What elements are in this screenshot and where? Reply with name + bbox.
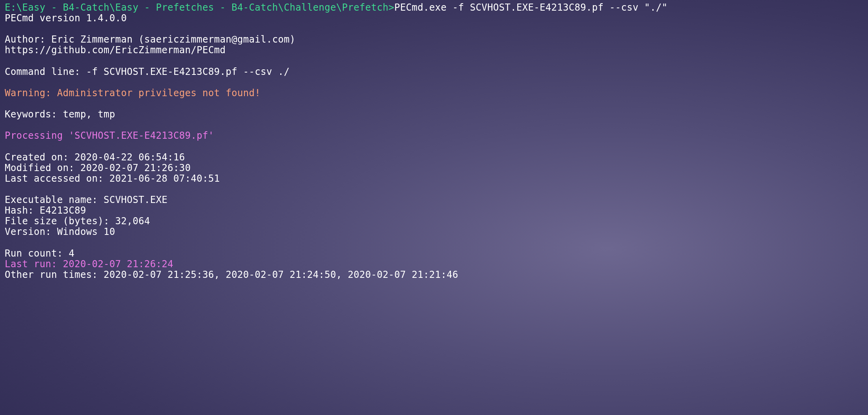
keywords-line: Keywords: temp, tmp (5, 109, 863, 120)
blank-line (5, 24, 863, 34)
blank-line (5, 77, 863, 88)
processing-line: Processing 'SCVHOST.EXE-E4213C89.pf' (5, 130, 863, 141)
blank-line (5, 56, 863, 67)
hash-line: Hash: E4213C89 (5, 205, 863, 216)
exe-name-line: Executable name: SCVHOST.EXE (5, 195, 863, 205)
created-line: Created on: 2020-04-22 06:54:16 (5, 152, 863, 163)
blank-line (5, 120, 863, 130)
filesize-line: File size (bytes): 32,064 (5, 216, 863, 227)
author-line: Author: Eric Zimmerman (saericzimmerman@… (5, 34, 863, 45)
warning-line: Warning: Administrator privileges not fo… (5, 88, 863, 99)
prompt-line[interactable]: E:\Easy - B4-Catch\Easy - Prefetches - B… (5, 2, 863, 13)
version-line: PECmd version 1.4.0.0 (5, 13, 863, 24)
lastrun-line: Last run: 2020-02-07 21:26:24 (5, 259, 863, 270)
modified-line: Modified on: 2020-02-07 21:26:30 (5, 163, 863, 173)
runcount-line: Run count: 4 (5, 248, 863, 259)
blank-line (5, 184, 863, 195)
version-os-line: Version: Windows 10 (5, 227, 863, 237)
accessed-line: Last accessed on: 2021-06-28 07:40:51 (5, 173, 863, 184)
command-text: PECmd.exe -f SCVHOST.EXE-E4213C89.pf --c… (394, 2, 667, 13)
github-line: https://github.com/EricZimmerman/PECmd (5, 45, 863, 56)
cmdline-line: Command line: -f SCVHOST.EXE-E4213C89.pf… (5, 67, 863, 77)
prompt-path: E:\Easy - B4-Catch\Easy - Prefetches - B… (5, 2, 394, 13)
otherruns-line: Other run times: 2020-02-07 21:25:36, 20… (5, 270, 863, 280)
blank-line (5, 99, 863, 109)
blank-line (5, 141, 863, 152)
blank-line (5, 237, 863, 248)
